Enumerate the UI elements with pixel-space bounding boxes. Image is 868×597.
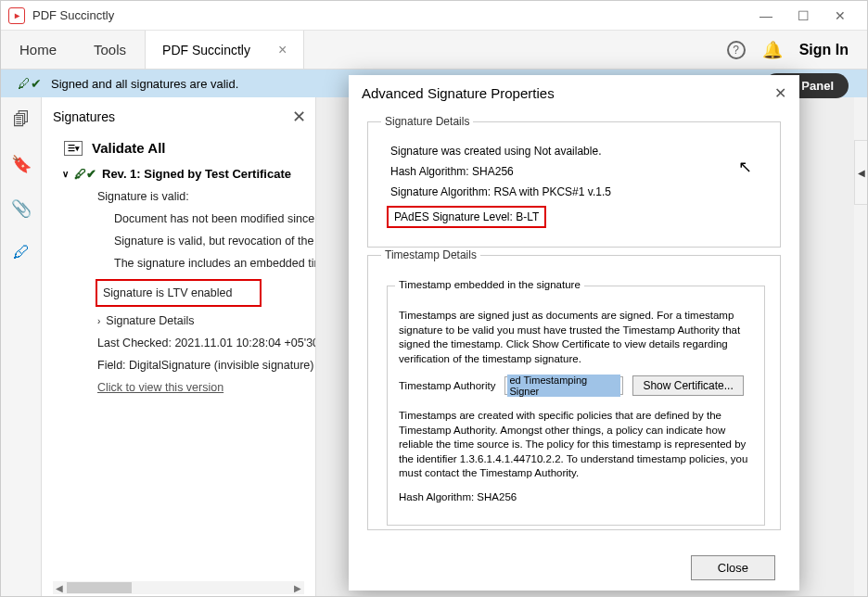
validation-text: Signed and all signatures are valid. [51, 77, 238, 91]
timestamp-embedded-legend: Timestamp embedded in the signature [395, 279, 584, 290]
dialog-title: Advanced Signature Properties [362, 85, 555, 101]
created-using: Signature was created using Not availabl… [390, 145, 767, 158]
hash-algorithm: Hash Algorithm: SHA256 [390, 165, 767, 178]
left-rail: 🗐 🔖 📎 🖊 [1, 97, 42, 596]
signature-details-legend: Signature Details [381, 115, 473, 128]
validate-all-label: Validate All [92, 140, 165, 156]
ltv-enabled-highlight: Signature is LTV enabled [96, 279, 262, 307]
chevron-down-icon[interactable]: ∨ [62, 169, 69, 179]
window-title: PDF Succinctly [32, 8, 760, 22]
signature-details-group: Signature Details Signature was created … [367, 121, 781, 248]
tab-home[interactable]: Home [1, 31, 75, 69]
ltv-enabled-text: Signature is LTV enabled [103, 286, 232, 299]
scroll-right-icon[interactable]: ▶ [291, 583, 304, 593]
timestamp-explain-1: Timestamps are signed just as documents … [399, 309, 753, 366]
signatures-panel-title: Signatures [53, 109, 115, 124]
app-icon: ▸ [8, 7, 25, 24]
signatures-panel-header: Signatures ✕ [53, 107, 315, 127]
dialog-close-icon[interactable]: ✕ [774, 84, 786, 102]
tab-tools[interactable]: Tools [75, 31, 145, 69]
scroll-thumb[interactable] [67, 582, 132, 593]
validate-all-button[interactable]: ☰▾ Validate All [64, 140, 315, 156]
revision-label: Rev. 1: Signed by Test Certificate [102, 167, 291, 181]
timestamp-details-group: Timestamp Details Timestamp embedded in … [367, 255, 781, 530]
toolbar: Home Tools PDF Succinctly × ? 🔔 Sign In [1, 31, 867, 70]
sign-in-button[interactable]: Sign In [799, 42, 849, 58]
dialog-footer: Close [349, 544, 799, 591]
last-checked: Last Checked: 2021.11.01 10:28:04 +05'30… [97, 337, 315, 349]
close-window-button[interactable]: ✕ [834, 9, 847, 22]
document-tab-label: PDF Succinctly [162, 43, 250, 57]
titlebar: ▸ PDF Succinctly — ☐ ✕ [1, 1, 867, 31]
options-icon[interactable]: ☰▾ [64, 141, 83, 156]
maximize-button[interactable]: ☐ [797, 9, 810, 22]
close-tab-icon[interactable]: × [278, 42, 287, 58]
help-icon[interactable]: ? [727, 41, 746, 59]
revision-details: Signature is valid: Document has not bee… [97, 190, 315, 394]
timestamp-authority-row: Timestamp Authority ed Timestamping Sign… [399, 375, 753, 396]
attachment-icon[interactable]: 📎 [11, 198, 32, 219]
bell-icon[interactable]: 🔔 [762, 40, 783, 60]
right-pane-toggle[interactable]: ◀ [854, 140, 867, 205]
signature-valid-icon: 🖊✔ [18, 76, 42, 91]
timestamp-authority-label: Timestamp Authority [399, 380, 495, 391]
signature-icon[interactable]: 🖊 [13, 243, 30, 262]
timestamp-hash-algorithm: Hash Algorithm: SHA256 [399, 490, 753, 505]
timestamp-authority-field[interactable]: ed Timestamping Signer [504, 376, 623, 395]
signature-details-expand[interactable]: › Signature Details [97, 314, 315, 327]
bookmark-icon[interactable]: 🔖 [11, 154, 32, 174]
pades-level: PAdES Signature Level: B-LT [394, 210, 539, 223]
document-tab[interactable]: PDF Succinctly × [145, 31, 304, 69]
signatures-panel: Signatures ✕ ☰▾ Validate All ∨ 🖊✔ Rev. 1… [42, 97, 316, 596]
field-name: Field: DigitalSignature (invisible signa… [97, 359, 315, 372]
dialog-header: Advanced Signature Properties ✕ [349, 75, 799, 110]
pages-icon[interactable]: 🗐 [13, 110, 30, 130]
minimize-button[interactable]: — [760, 9, 772, 22]
view-version-link[interactable]: Click to view this version [97, 381, 315, 394]
sig-valid-revocation: Signature is valid, but revocation of th… [114, 235, 315, 248]
signature-details-label: Signature Details [106, 314, 194, 327]
signature-badge-icon: 🖊✔ [74, 167, 96, 181]
timestamp-explain-2: Timestamps are created with specific pol… [399, 409, 753, 481]
close-button[interactable]: Close [691, 555, 775, 580]
close-panel-icon[interactable]: ✕ [292, 107, 306, 127]
show-certificate-button[interactable]: Show Certificate... [632, 375, 743, 396]
timestamp-authority-value: ed Timestamping Signer [507, 375, 620, 397]
doc-not-modified: Document has not been modified since thi [114, 212, 315, 225]
timestamp-details-legend: Timestamp Details [381, 248, 480, 261]
revision-item[interactable]: ∨ 🖊✔ Rev. 1: Signed by Test Certificate [62, 167, 315, 181]
scroll-left-icon[interactable]: ◀ [53, 583, 66, 593]
toolbar-right: ? 🔔 Sign In [727, 40, 867, 60]
window-controls: — ☐ ✕ [760, 9, 847, 22]
advanced-signature-dialog: Advanced Signature Properties ✕ Signatur… [349, 75, 799, 591]
embedded-timestamp: The signature includes an embedded times [114, 257, 315, 270]
timestamp-embedded-group: Timestamp embedded in the signature Time… [387, 286, 765, 526]
dialog-body: Signature Details Signature was created … [349, 110, 799, 544]
sig-valid-label: Signature is valid: [97, 190, 315, 203]
horizontal-scrollbar[interactable]: ◀ ▶ [53, 581, 304, 594]
signature-algorithm: Signature Algorithm: RSA with PKCS#1 v.1… [390, 185, 767, 198]
chevron-right-icon: › [97, 316, 100, 326]
pades-level-highlight: PAdES Signature Level: B-LT [387, 206, 546, 228]
